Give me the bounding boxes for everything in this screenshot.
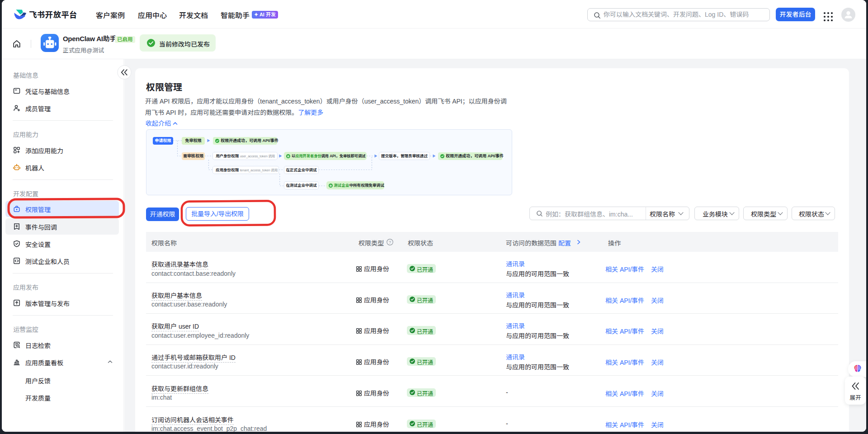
svg-text:?: ?	[389, 240, 391, 245]
